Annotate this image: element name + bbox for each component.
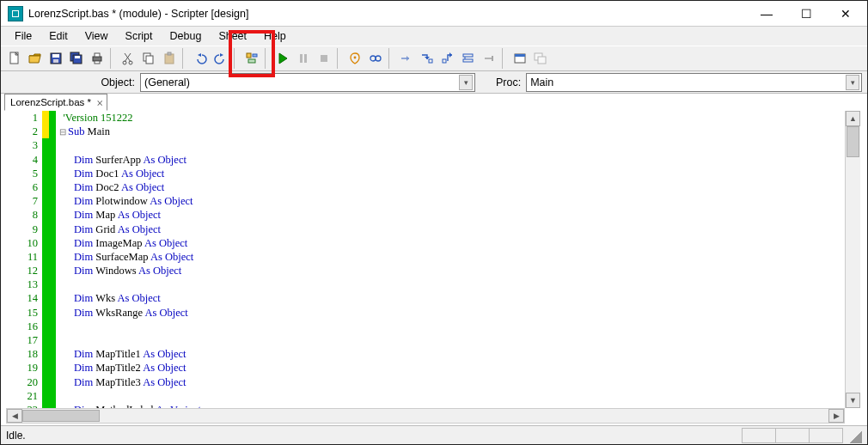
code-line[interactable]: Dim Wks As Object: [59, 291, 860, 305]
code-editor[interactable]: 12345678910111213141516171819202122 'Ver…: [6, 111, 860, 408]
menu-view[interactable]: View: [76, 28, 117, 44]
redo-icon[interactable]: [211, 48, 231, 69]
code-line[interactable]: [59, 333, 860, 347]
minimize-button[interactable]: —: [747, 2, 786, 26]
file-tab[interactable]: LorenzScript.bas * ⨯: [4, 94, 107, 111]
svg-rect-31: [515, 54, 525, 57]
code-line[interactable]: Dim MapTitle3 As Object: [59, 375, 860, 389]
step-out-icon[interactable]: [437, 48, 458, 69]
scroll-left-icon[interactable]: ◀: [7, 409, 22, 423]
menu-help[interactable]: Help: [255, 28, 295, 44]
svg-rect-9: [95, 61, 100, 64]
new-icon[interactable]: [4, 48, 25, 69]
code-line[interactable]: Dim SurferApp As Object: [59, 153, 860, 167]
code-line[interactable]: Dim Grid As Object: [59, 222, 860, 236]
scroll-right-icon[interactable]: ▶: [828, 409, 844, 423]
line-number: 4: [6, 153, 42, 167]
svg-rect-33: [538, 57, 546, 64]
copy-icon[interactable]: [138, 48, 159, 69]
stop-icon[interactable]: [314, 48, 334, 69]
breakpoint-icon[interactable]: [345, 48, 365, 69]
line-number: 16: [6, 320, 42, 333]
run-to-cursor-icon[interactable]: [479, 48, 499, 69]
close-button[interactable]: ✕: [826, 2, 865, 26]
code-line[interactable]: Dim SurfaceMap As Object: [59, 250, 860, 264]
menu-debug[interactable]: Debug: [162, 28, 211, 44]
line-number: 15: [6, 306, 42, 320]
scroll-thumb[interactable]: [847, 126, 859, 157]
scroll-up-icon[interactable]: ▲: [846, 111, 860, 126]
menu-edit[interactable]: Edit: [40, 28, 76, 44]
code-text[interactable]: 'Version 151222⊟Sub Main Dim SurferApp A…: [56, 111, 860, 408]
code-line[interactable]: 'Version 151222: [59, 111, 860, 125]
svg-rect-2: [52, 54, 59, 58]
scroll-down-icon[interactable]: ▼: [846, 393, 860, 408]
window1-icon[interactable]: [510, 48, 530, 69]
horizontal-scrollbar[interactable]: ◀ ▶: [6, 408, 845, 424]
menu-bar: File Edit View Script Debug Sheet Help: [1, 27, 867, 46]
menu-script[interactable]: Script: [117, 28, 162, 44]
code-line[interactable]: Dim Map As Object: [59, 208, 860, 222]
svg-rect-1: [51, 53, 61, 64]
step-over-icon[interactable]: [396, 48, 417, 69]
code-line[interactable]: Dim Doc2 As Object: [59, 180, 860, 194]
code-line[interactable]: Dim Windows As Object: [59, 264, 860, 277]
watch-icon[interactable]: [365, 48, 386, 69]
line-number: 9: [6, 222, 42, 236]
proc-label: Proc:: [496, 76, 521, 88]
code-line[interactable]: [59, 389, 860, 403]
object-browser-icon[interactable]: [241, 48, 262, 69]
dropdown-arrow-icon: ▾: [846, 75, 859, 90]
line-number: 11: [6, 250, 42, 264]
pause-icon[interactable]: [293, 48, 314, 69]
vertical-scrollbar[interactable]: ▲ ▼: [845, 111, 860, 408]
paste-icon[interactable]: [159, 48, 180, 69]
svg-rect-28: [463, 59, 473, 62]
code-line[interactable]: Dim Plotwindow As Object: [59, 194, 860, 208]
svg-rect-12: [144, 53, 150, 61]
code-line[interactable]: Dim ImageMap As Object: [59, 236, 860, 250]
svg-rect-17: [253, 54, 257, 57]
maximize-button[interactable]: ☐: [786, 2, 826, 26]
scroll-thumb[interactable]: [22, 410, 100, 422]
fold-icon[interactable]: ⊟: [59, 127, 68, 137]
code-line[interactable]: Dim WksRange As Object: [59, 306, 860, 320]
window2-icon[interactable]: [530, 48, 551, 69]
code-line[interactable]: [59, 277, 860, 291]
close-tab-icon[interactable]: ⨯: [96, 98, 103, 107]
step-into-icon[interactable]: [417, 48, 437, 69]
print-icon[interactable]: [87, 48, 107, 69]
save-icon[interactable]: [46, 48, 66, 69]
svg-rect-14: [165, 54, 174, 64]
status-cells: [743, 428, 843, 443]
cut-icon[interactable]: [118, 48, 138, 69]
menu-sheet[interactable]: Sheet: [210, 28, 255, 44]
line-number: 18: [6, 347, 42, 361]
code-line[interactable]: Dim MapTitle2 As Object: [59, 361, 860, 375]
code-line[interactable]: [59, 320, 860, 333]
toolbar: [1, 46, 867, 71]
code-line[interactable]: ⊟Sub Main: [59, 125, 860, 138]
svg-rect-6: [75, 56, 80, 58]
resize-grip-icon[interactable]: [847, 428, 862, 443]
code-line[interactable]: [59, 138, 860, 152]
line-number: 21: [6, 389, 42, 403]
svg-rect-16: [247, 53, 251, 58]
step-icon[interactable]: [458, 48, 479, 69]
proc-select[interactable]: Main ▾: [526, 73, 862, 92]
code-line[interactable]: Dim MapTitle1 As Object: [59, 347, 860, 361]
svg-rect-3: [53, 59, 58, 63]
code-line[interactable]: Dim Doc1 As Object: [59, 167, 860, 180]
selector-row: Object: (General) ▾ Proc: Main ▾: [1, 71, 867, 94]
object-select[interactable]: (General) ▾: [140, 73, 475, 92]
run-icon[interactable]: [272, 48, 293, 69]
save-all-icon[interactable]: [66, 48, 87, 69]
menu-file[interactable]: File: [6, 28, 40, 44]
open-icon[interactable]: [25, 48, 46, 69]
undo-icon[interactable]: [190, 48, 211, 69]
change-margin: [42, 111, 49, 408]
svg-rect-27: [463, 54, 473, 57]
scroll-track[interactable]: [22, 409, 828, 423]
line-number: 13: [6, 277, 42, 291]
scroll-track[interactable]: [846, 126, 860, 393]
